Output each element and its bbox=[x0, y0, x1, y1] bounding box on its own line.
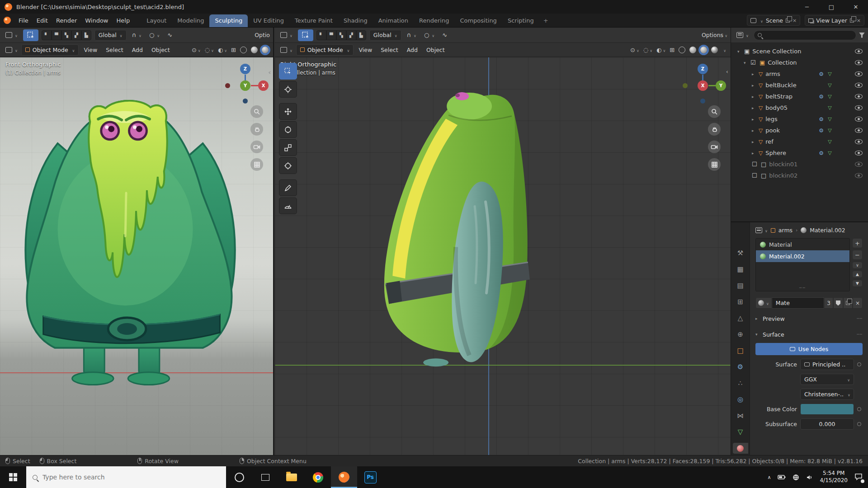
mode-dropdown[interactable]: Object Mode bbox=[21, 44, 79, 56]
menu-object[interactable]: Object bbox=[148, 45, 174, 55]
outliner-row-object[interactable]: ▸▽ body05 ▽ bbox=[734, 102, 866, 113]
pan-hand-icon[interactable] bbox=[708, 123, 721, 136]
outliner-search-input[interactable] bbox=[754, 30, 856, 40]
options-button[interactable]: Optio bbox=[255, 32, 270, 38]
editor-type-button[interactable] bbox=[3, 45, 20, 55]
toggle-4[interactable]: ▞ bbox=[346, 30, 356, 40]
shading-solid-icon[interactable] bbox=[250, 46, 259, 54]
properties-tab-material[interactable] bbox=[733, 443, 748, 454]
chrome-button[interactable] bbox=[305, 466, 331, 488]
outliner-row-object[interactable]: ▸▽ beltStrap ⚙▽ bbox=[734, 91, 866, 102]
properties-tab-world[interactable]: ⊕ bbox=[733, 329, 748, 340]
axis-right-ball[interactable]: X bbox=[258, 80, 269, 91]
overlays-dropdown[interactable]: ◐ bbox=[217, 46, 228, 54]
eye-icon[interactable] bbox=[855, 117, 863, 122]
outliner-row-disabled[interactable]: ☐□ blockin02 bbox=[734, 170, 866, 181]
material-slot-selected[interactable]: Material.002 bbox=[756, 250, 849, 262]
eye-icon[interactable] bbox=[855, 71, 863, 76]
shading-wireframe-icon[interactable] bbox=[239, 46, 248, 54]
filter-icon[interactable] bbox=[859, 33, 865, 38]
tab-compositing[interactable]: Compositing bbox=[454, 14, 502, 27]
surface-shader-dropdown[interactable]: Principled .. bbox=[800, 359, 854, 370]
toggle-3[interactable]: ▚ bbox=[336, 30, 346, 40]
menu-add[interactable]: Add bbox=[403, 45, 421, 55]
tool-select-box[interactable] bbox=[279, 63, 297, 80]
maximize-button[interactable]: □ bbox=[819, 0, 844, 14]
taskbar-search[interactable] bbox=[26, 466, 226, 488]
toggle-3[interactable]: ▚ bbox=[61, 30, 71, 40]
add-slot-button[interactable]: + bbox=[852, 238, 863, 248]
axis-negative-z-ball[interactable] bbox=[243, 99, 248, 103]
select-mode-toggles[interactable]: ▘▀▚▞▙ bbox=[42, 30, 91, 40]
axis-z-ball[interactable]: Z bbox=[240, 64, 250, 74]
axis-right-ball[interactable]: Y bbox=[716, 80, 726, 91]
view-gizmo[interactable]: Z X Y bbox=[679, 64, 726, 109]
add-workspace-button[interactable]: + bbox=[539, 14, 552, 27]
outliner-row-object[interactable]: ▸▽ arms ⚙▽ bbox=[734, 68, 866, 80]
editor-type-button[interactable] bbox=[755, 227, 768, 234]
eye-icon[interactable] bbox=[855, 83, 863, 88]
tool-cursor[interactable] bbox=[279, 81, 297, 98]
menu-help[interactable]: Help bbox=[113, 15, 134, 26]
orientation-dropdown[interactable]: Global bbox=[94, 30, 127, 41]
toggle-1[interactable]: ▘ bbox=[42, 30, 52, 40]
properties-tab-output[interactable]: ▤ bbox=[733, 280, 748, 291]
gizmos-dropdown[interactable]: ◌ bbox=[642, 46, 654, 54]
photoshop-button[interactable]: Ps bbox=[357, 466, 383, 488]
shading-rendered-icon[interactable] bbox=[710, 46, 719, 54]
visibility-dropdown[interactable]: ⊙ bbox=[190, 46, 202, 54]
mode-dropdown[interactable]: Object Mode bbox=[296, 44, 354, 56]
subsurface-method-dropdown[interactable]: Christensen-.. bbox=[800, 389, 854, 400]
menu-render[interactable]: Render bbox=[52, 15, 81, 26]
tab-texture-paint[interactable]: Texture Paint bbox=[289, 14, 338, 27]
xray-toggle[interactable]: ⊞ bbox=[230, 46, 237, 54]
pan-hand-icon[interactable] bbox=[250, 123, 263, 136]
properties-tab-render[interactable]: ▦ bbox=[733, 264, 748, 275]
proportional-edit-icon[interactable]: ○ bbox=[147, 30, 162, 40]
slot-move-down-button[interactable]: ▼ bbox=[852, 280, 863, 287]
editor-type-button[interactable] bbox=[3, 30, 20, 40]
use-nodes-button[interactable]: Use Nodes bbox=[755, 343, 863, 355]
axis-negative-ball[interactable] bbox=[683, 83, 688, 88]
tab-shading[interactable]: Shading bbox=[338, 14, 373, 27]
subsurface-slider[interactable]: 0.000 bbox=[800, 418, 854, 430]
animate-dot[interactable] bbox=[857, 422, 861, 426]
outliner-row-collection[interactable]: ▾☑▣ Collection bbox=[734, 57, 866, 68]
sidebar-toggle-icon[interactable]: ‹ bbox=[726, 68, 728, 75]
camera-view-icon[interactable] bbox=[250, 141, 263, 153]
editor-type-button[interactable] bbox=[278, 45, 295, 55]
eye-icon[interactable] bbox=[855, 173, 863, 178]
toggle-4[interactable]: ▞ bbox=[71, 30, 81, 40]
active-tool-button[interactable] bbox=[298, 29, 313, 41]
fake-user-button[interactable] bbox=[833, 297, 843, 309]
task-view-button[interactable] bbox=[252, 466, 278, 488]
remove-slot-button[interactable]: − bbox=[852, 250, 863, 260]
shading-solid-icon[interactable] bbox=[688, 46, 698, 54]
eye-icon[interactable] bbox=[855, 139, 863, 144]
camera-view-icon[interactable] bbox=[708, 141, 721, 153]
grid-toggle-icon[interactable] bbox=[250, 158, 263, 171]
falloff-icon[interactable]: ∿ bbox=[165, 30, 175, 40]
shading-material-icon[interactable] bbox=[260, 46, 270, 54]
unlink-scene-icon[interactable]: × bbox=[793, 18, 797, 23]
outliner-row-object[interactable]: ▸▽ legs ⚙▽ bbox=[734, 113, 866, 125]
tool-transform[interactable] bbox=[279, 157, 297, 174]
animate-dot[interactable] bbox=[857, 407, 861, 411]
menu-select[interactable]: Select bbox=[102, 45, 127, 55]
surface-section-header[interactable]: ▾Surface┉┉ bbox=[755, 328, 863, 340]
snap-magnet-icon[interactable]: ∩ bbox=[130, 30, 144, 40]
editor-type-button[interactable] bbox=[278, 30, 295, 40]
select-mode-toggles[interactable]: ▘▀▚▞▙ bbox=[316, 30, 366, 40]
outliner-row-object[interactable]: ▸▽ Sphere ⚙▽ bbox=[734, 147, 866, 159]
sidebar-toggle-icon[interactable]: ‹ bbox=[269, 68, 271, 75]
tab-scripting[interactable]: Scripting bbox=[502, 14, 539, 27]
toggle-2[interactable]: ▀ bbox=[52, 30, 61, 40]
tab-sculpting[interactable]: Sculpting bbox=[209, 14, 248, 27]
overlays-dropdown[interactable]: ◐ bbox=[655, 46, 667, 54]
tool-rotate[interactable] bbox=[279, 121, 297, 138]
axis-negative-ball[interactable] bbox=[225, 83, 230, 88]
properties-tab-scene[interactable]: △ bbox=[733, 313, 748, 324]
properties-tab-modifiers[interactable]: ⚙ bbox=[733, 361, 748, 372]
search-input[interactable] bbox=[42, 474, 220, 481]
base-color-swatch[interactable] bbox=[800, 404, 854, 415]
